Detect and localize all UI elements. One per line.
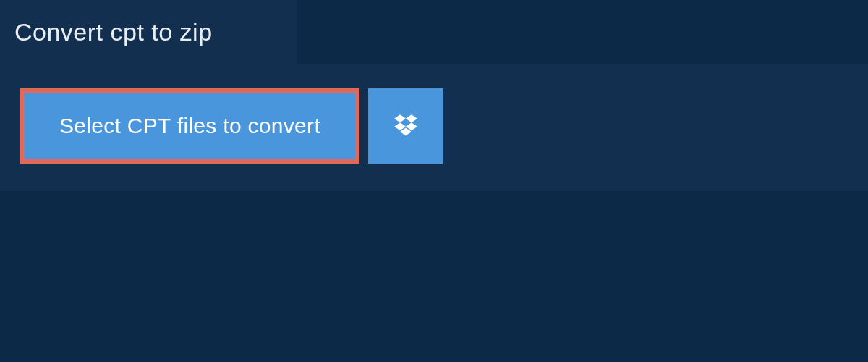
- dropbox-button[interactable]: [368, 88, 443, 164]
- button-row: Select CPT files to convert: [20, 88, 851, 164]
- dropbox-icon: [392, 112, 420, 140]
- highlight-box: Select CPT files to convert: [20, 88, 359, 164]
- tab-header: Convert cpt to zip: [0, 0, 297, 64]
- upload-panel: Select CPT files to convert: [0, 64, 868, 191]
- page-title: Convert cpt to zip: [14, 18, 213, 46]
- select-files-button[interactable]: Select CPT files to convert: [25, 93, 355, 159]
